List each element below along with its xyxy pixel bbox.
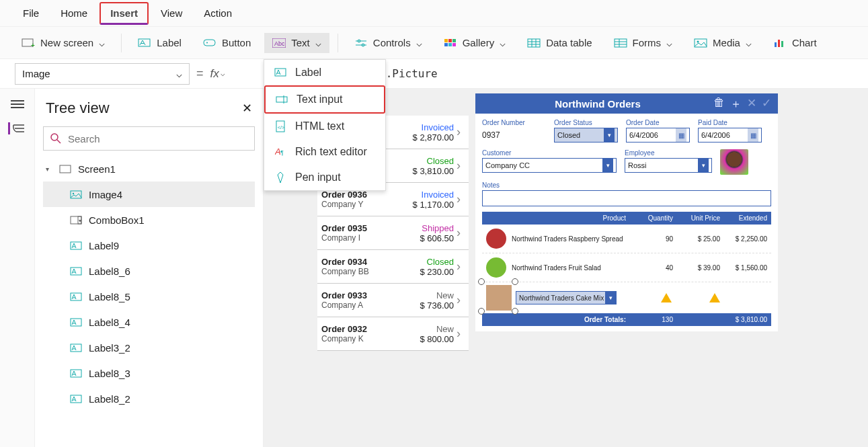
tree-item-label: Label8_3 (89, 368, 130, 379)
ribbon: + New screen ⌵ Label Button Abc Text ⌵ C… (0, 27, 868, 59)
insert-controls-button[interactable]: Controls ⌵ (346, 33, 430, 53)
inp-notes[interactable] (482, 190, 771, 206)
insert-label-button[interactable]: Label (130, 33, 190, 52)
chevron-right-icon[interactable]: › (454, 125, 463, 139)
new-product-combo[interactable]: Northwind Traders Cake Mix▾ (516, 291, 617, 304)
chevron-right-icon[interactable]: › (454, 226, 463, 240)
svg-rect-47 (71, 370, 81, 377)
dd-pen-input[interactable]: Pen input (264, 165, 385, 190)
tree-item[interactable]: Label3_2 (43, 335, 255, 360)
html-text-icon: </> (274, 121, 287, 132)
tree-root-item[interactable]: ▾ Screen1 (43, 156, 255, 181)
chevron-right-icon[interactable]: › (454, 293, 463, 307)
order-list-item[interactable]: Order 0933Company ANew$ 736.00› (317, 284, 469, 317)
insert-forms-button[interactable]: Forms ⌵ (606, 33, 681, 53)
tree-item[interactable]: Label8_5 (43, 284, 255, 309)
tree-search-input[interactable] (67, 127, 247, 150)
tree-item[interactable]: Label8_3 (43, 360, 255, 386)
product-thumb (486, 257, 506, 278)
chevron-right-icon[interactable]: › (454, 159, 463, 173)
delete-icon[interactable]: 🗑 (713, 96, 725, 112)
collapse-icon[interactable]: ▾ (46, 165, 52, 173)
order-status: Closed (413, 156, 454, 166)
chevron-down-icon: ⌵ (416, 37, 422, 49)
equals-sign: = (196, 67, 204, 81)
inp-order-date[interactable]: 6/4/2006▦ (626, 128, 690, 143)
image-control[interactable] (486, 285, 512, 311)
resize-handle[interactable] (512, 278, 518, 285)
menu-home[interactable]: Home (51, 3, 97, 23)
insert-datatable-button[interactable]: Data table (519, 33, 600, 52)
chevron-right-icon[interactable]: › (454, 192, 463, 206)
insert-chart-button[interactable]: Chart (765, 33, 825, 52)
menu-action[interactable]: Action (194, 3, 241, 23)
new-screen-button[interactable]: + New screen ⌵ (13, 33, 113, 53)
menu-view[interactable]: View (151, 3, 192, 23)
tree-item[interactable]: Image4 (43, 181, 255, 207)
resize-handle[interactable] (478, 308, 485, 315)
inp-employee[interactable]: Rossi▾ (625, 158, 712, 173)
menu-insert[interactable]: Insert (100, 2, 149, 25)
order-amount: $ 1,170.00 (413, 200, 454, 210)
tree-item[interactable]: ▾ComboBox1 (43, 207, 255, 233)
product-ext: $ 2,250.00 (720, 235, 767, 243)
label-icon (70, 317, 82, 327)
svg-text:</>: </> (278, 125, 284, 130)
chevron-down-icon: ⌵ (176, 68, 182, 80)
order-list-item[interactable]: Order 0935Company IShipped$ 606.50› (317, 216, 469, 250)
insert-button-button[interactable]: Button (195, 33, 259, 52)
chevron-down-icon: ▾ (604, 128, 615, 142)
dd-text-input[interactable]: Text input (264, 85, 385, 114)
tree-item[interactable]: Label9 (43, 233, 255, 258)
resize-handle[interactable] (512, 308, 518, 315)
tree-view-panel: Tree view ✕ ▾ Screen1 Image4▾ComboBox1La… (35, 89, 264, 447)
dd-rich-text[interactable]: A¶ Rich text editor (264, 139, 385, 165)
svg-rect-30 (781, 41, 783, 47)
insert-media-button[interactable]: Media ⌵ (686, 33, 760, 53)
dd-html-text[interactable]: </> HTML text (264, 114, 385, 139)
hamburger-icon[interactable] (9, 98, 26, 110)
svg-point-4 (206, 42, 208, 43)
chevron-down-icon: ▾ (602, 159, 613, 172)
button-icon (203, 38, 216, 48)
property-selector[interactable]: Image ⌵ (15, 63, 190, 85)
chevron-down-icon: ▾ (605, 292, 616, 304)
insert-datatable-label: Data table (546, 37, 592, 48)
save-icon[interactable]: ✓ (762, 96, 771, 112)
cancel-icon[interactable]: ✕ (747, 96, 756, 112)
menu-file[interactable]: File (13, 3, 48, 23)
inp-customer[interactable]: Company CC▾ (482, 158, 617, 173)
chevron-down-icon: ⌵ (315, 37, 321, 49)
tree-search[interactable] (43, 126, 255, 151)
chevron-right-icon[interactable]: › (454, 259, 463, 274)
insert-label-label: Label (157, 37, 182, 48)
tree-item[interactable]: Label8_2 (43, 386, 255, 411)
col-price: Unit Price (673, 214, 720, 222)
pen-input-icon (274, 172, 287, 183)
add-icon[interactable]: ＋ (730, 96, 742, 112)
product-row[interactable]: Northwind Traders Fruit Salad40$ 39.00$ … (482, 253, 771, 282)
insert-gallery-button[interactable]: Gallery ⌵ (436, 33, 514, 53)
product-row[interactable]: Northwind Traders Raspberry Spread90$ 25… (482, 225, 771, 253)
tree-view-icon[interactable] (8, 122, 24, 134)
chevron-down-icon: ▾ (698, 159, 709, 172)
svg-rect-14 (444, 43, 448, 46)
chevron-right-icon[interactable]: › (454, 327, 463, 341)
order-list-item[interactable]: Order 0932Company KNew$ 800.00› (317, 317, 469, 351)
lbl-notes: Notes (482, 181, 771, 189)
svg-text:¶: ¶ (280, 149, 284, 156)
inp-order-status[interactable]: Closed▾ (554, 128, 618, 143)
inp-paid-date[interactable]: 6/4/2006▦ (698, 128, 762, 143)
fx-icon[interactable]: fx⌵ (210, 67, 225, 81)
forms-icon (614, 38, 627, 48)
close-icon[interactable]: ✕ (242, 101, 252, 116)
canvas[interactable]: Label Text input </> HTML text A¶ Rich t… (264, 89, 868, 447)
dd-label[interactable]: Label (264, 60, 385, 85)
order-list-item[interactable]: Order 0934Company BBClosed$ 230.00› (317, 250, 469, 284)
tree-item-label: Label8_4 (89, 317, 130, 328)
tree-item[interactable]: Label8_4 (43, 309, 255, 335)
tree-item[interactable]: Label8_6 (43, 258, 255, 284)
svg-rect-16 (452, 43, 456, 46)
resize-handle[interactable] (478, 278, 485, 285)
insert-text-button[interactable]: Abc Text ⌵ (264, 33, 329, 53)
